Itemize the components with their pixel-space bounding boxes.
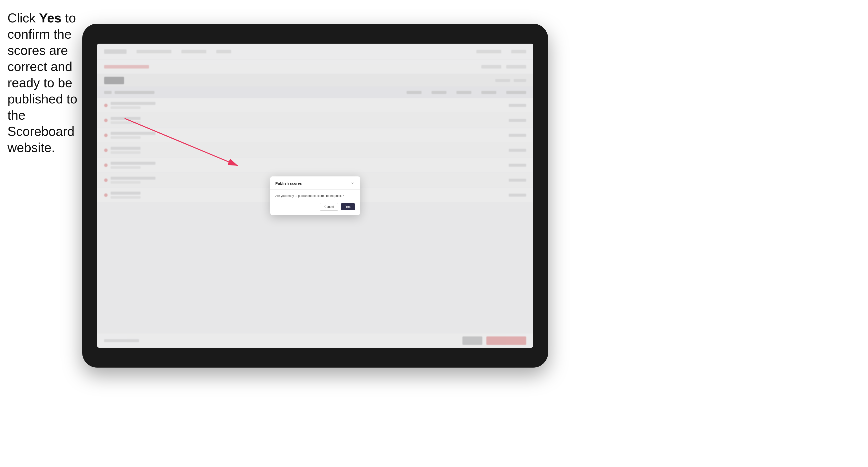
publish-scores-dialog: Publish scores × Are you ready to publis… [270,177,360,215]
yes-button[interactable]: Yes [341,204,355,210]
cancel-button[interactable]: Cancel [320,203,338,211]
instruction-text: Click Yes to confirm the scores are corr… [7,10,80,156]
tablet-screen: Publish scores × Are you ready to publis… [97,43,533,348]
modal-overlay: Publish scores × Are you ready to publis… [97,43,533,348]
dialog-footer: Cancel Yes [270,203,360,215]
dialog-message: Are you ready to publish these scores to… [275,194,355,198]
tablet-device: Publish scores × Are you ready to publis… [82,24,548,368]
dialog-close-button[interactable]: × [350,181,355,186]
instruction-bold-yes: Yes [39,11,62,25]
dialog-body: Are you ready to publish these scores to… [270,190,360,203]
dialog-title: Publish scores [275,181,302,185]
dialog-header: Publish scores × [270,177,360,190]
